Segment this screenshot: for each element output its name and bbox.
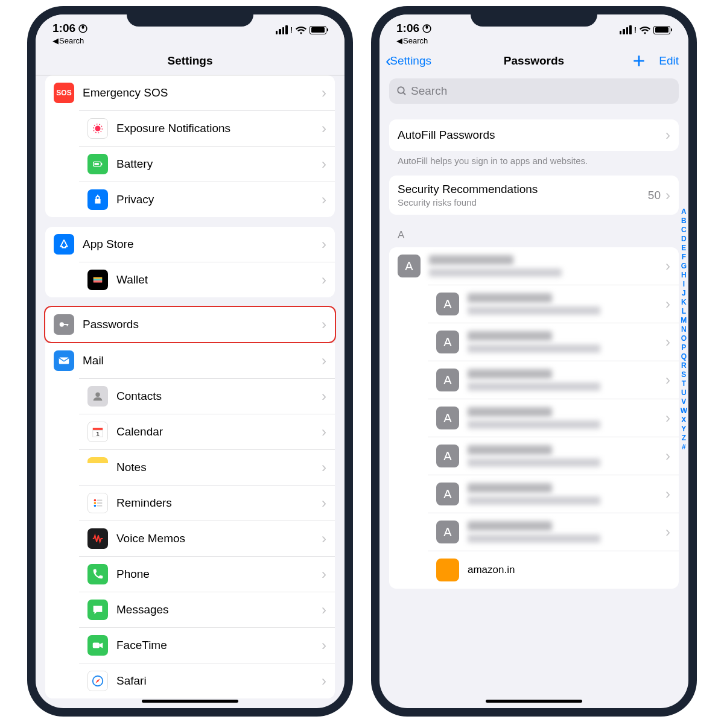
passwords-content[interactable]: Search AutoFill Passwords › AutoFill hel… [379,75,688,708]
index-letter[interactable]: N [681,325,687,334]
sos-icon: SOS [54,83,74,103]
password-entry[interactable]: A› [428,475,679,513]
index-letter[interactable]: V [681,397,686,407]
index-letter[interactable]: Y [681,425,686,434]
chevron-right-icon: › [322,459,326,476]
privacy-icon [87,189,108,210]
svg-point-10 [60,322,64,326]
row-label: Reminders [116,496,322,510]
chevron-right-icon: › [322,191,326,208]
back-button[interactable]: ‹ Settings [386,52,431,69]
security-recommendations-row[interactable]: Security Recommendations Security risks … [389,176,679,215]
settings-group-1: SOSEmergency SOS›Exposure Notifications›… [45,75,335,217]
settings-item-calendar[interactable]: 1Calendar› [79,414,335,449]
settings-item-reminders[interactable]: Reminders› [79,485,335,521]
index-letter[interactable]: # [682,443,686,452]
password-entry[interactable]: A› [428,323,679,361]
index-letter[interactable]: I [683,280,685,289]
facetime-icon [87,635,108,656]
index-letter[interactable]: U [681,388,687,397]
index-letter[interactable]: S [681,370,686,379]
settings-item-sos[interactable]: SOSEmergency SOS› [45,75,335,110]
entry-text [468,483,665,505]
index-letter[interactable]: D [681,235,687,244]
back-to-search[interactable]: ◀ Search [396,36,432,45]
edit-button[interactable]: Edit [659,54,679,68]
settings-item-messages[interactable]: Messages› [79,592,335,627]
row-label: Exposure Notifications [116,122,322,135]
add-button[interactable] [631,53,647,69]
index-letter[interactable]: A [681,207,687,217]
svg-rect-4 [101,163,103,165]
password-entry[interactable]: A› [428,361,679,399]
home-indicator[interactable] [486,700,582,703]
settings-item-contacts[interactable]: Contacts› [79,378,335,414]
site-icon: A [436,293,459,315]
status-time: 1:06 [396,22,419,35]
site-icon: A [436,445,459,467]
index-letter[interactable]: K [681,298,687,307]
password-entry[interactable]: A› [428,513,679,551]
index-letter[interactable]: X [681,416,686,425]
settings-item-notes[interactable]: Notes› [79,449,335,485]
section-header-a: A [379,215,688,245]
alphabet-index[interactable]: ABCDEFGHIJKLMNOPQRSTUVWXYZ# [681,207,687,452]
wifi-icon [640,26,650,34]
settings-item-safari[interactable]: Safari› [79,663,335,698]
index-letter[interactable]: M [681,316,687,325]
svg-point-20 [94,505,97,507]
password-entry[interactable]: A› [428,437,679,475]
settings-item-exposure[interactable]: Exposure Notifications› [79,110,335,146]
search-placeholder: Search [411,84,447,98]
index-letter[interactable]: C [681,226,687,235]
index-letter[interactable]: E [681,244,686,253]
index-letter[interactable]: R [681,361,687,370]
chevron-right-icon: › [665,486,670,502]
index-letter[interactable]: Q [681,352,687,361]
index-letter[interactable]: B [681,217,687,226]
index-letter[interactable]: P [681,343,686,352]
index-letter[interactable]: F [682,253,686,262]
chevron-right-icon: › [322,84,326,101]
mail-icon [54,350,74,371]
entry-text [468,293,665,315]
index-letter[interactable]: W [681,407,687,416]
autofill-passwords-row[interactable]: AutoFill Passwords › [389,119,679,151]
index-letter[interactable]: T [682,379,686,388]
settings-item-wallet[interactable]: Wallet› [79,262,335,297]
index-letter[interactable]: G [681,262,687,271]
password-entry[interactable]: A› [428,399,679,437]
settings-item-phone[interactable]: Phone› [79,556,335,592]
site-icon [436,559,459,581]
settings-list[interactable]: SOSEmergency SOS›Exposure Notifications›… [36,75,345,708]
settings-item-appstore[interactable]: App Store› [45,227,335,262]
index-letter[interactable]: L [682,307,686,316]
row-label: Calendar [116,425,322,438]
security-label: Security Recommendations [398,183,648,196]
index-letter[interactable]: O [681,334,687,343]
row-label: Emergency SOS [83,86,322,100]
passwords-list: A›A›A›A›A›A›A›A›amazon.in [389,247,679,589]
settings-item-privacy[interactable]: Privacy› [79,182,335,217]
chevron-right-icon: › [322,637,326,654]
settings-item-facetime[interactable]: FaceTime› [79,627,335,663]
exposure-icon [87,118,108,139]
password-entry[interactable]: amazon.in [428,551,679,589]
home-indicator[interactable] [142,700,238,703]
password-entry[interactable]: A› [389,247,679,285]
back-to-search[interactable]: ◀ Search [52,36,88,45]
index-letter[interactable]: H [681,271,687,280]
settings-item-battery[interactable]: Battery› [79,146,335,182]
appstore-icon [54,234,74,255]
notch [471,6,597,27]
settings-item-passwords[interactable]: Passwords› [45,307,335,342]
row-label: Messages [116,603,322,616]
index-letter[interactable]: Z [682,434,686,443]
settings-item-voicememos[interactable]: Voice Memos› [79,521,335,556]
index-letter[interactable]: J [682,289,686,298]
password-entry[interactable]: A› [428,285,679,323]
site-icon: A [436,521,459,543]
cellular-alert-icon: ! [634,25,637,34]
settings-item-mail[interactable]: Mail› [45,343,335,378]
search-input[interactable]: Search [389,78,679,104]
